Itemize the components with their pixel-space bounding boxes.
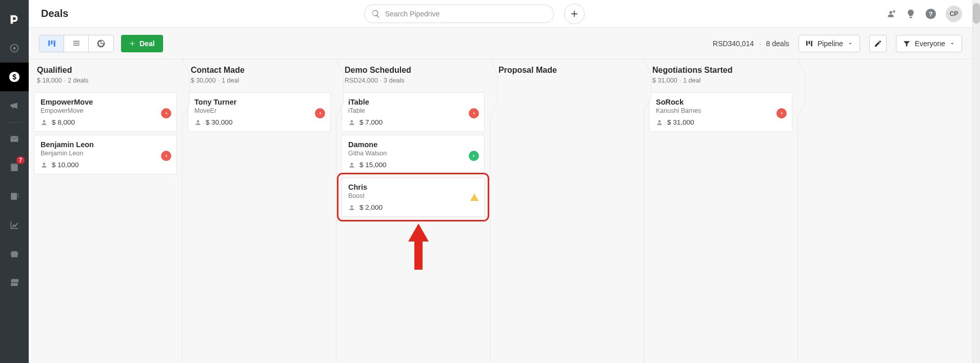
nav-item-deals[interactable]: $ (0, 63, 29, 91)
deal-org: Githa Watson (348, 150, 478, 157)
deal-meta: $ 31,000 (656, 118, 786, 126)
invite-icon[interactable] (885, 8, 896, 19)
edit-pipeline-button[interactable] (869, 35, 887, 52)
nav-logo[interactable] (0, 5, 29, 34)
deal-card[interactable]: Damone Githa Watson $ 15,000 (342, 135, 485, 174)
help-icon[interactable]: ? (925, 8, 936, 19)
search-icon (371, 9, 381, 18)
person-icon (41, 162, 48, 169)
person-icon (348, 119, 355, 126)
svg-text:$: $ (12, 73, 16, 81)
column-count: 1 deal (222, 77, 239, 84)
column-header[interactable]: Qualified $ 18,000 ·2 deals (29, 59, 182, 89)
annotation-arrow (408, 224, 429, 272)
deal-org: Boost (348, 192, 478, 199)
column-header[interactable]: Negotiations Started $ 31,000 ·1 deal (644, 59, 797, 89)
person-icon (348, 204, 355, 211)
view-list-button[interactable] (64, 35, 89, 52)
quick-add-button[interactable] (564, 4, 585, 24)
column-cards: EmpowerMove EmpowerMove $ 8,000 Benjamin… (29, 89, 182, 174)
pipeline-selector[interactable]: Pipeline (798, 35, 860, 52)
pipeline-board: Qualified $ 18,000 ·2 deals EmpowerMove … (29, 59, 972, 363)
deal-amount: $ 30,000 (206, 118, 233, 126)
left-nav-rail: $ 7 (0, 0, 29, 363)
caret-down-icon (949, 41, 955, 47)
column-amount: $ 18,000 (37, 77, 62, 84)
deal-meta: $ 10,000 (41, 161, 170, 169)
summary-count: 8 deals (766, 39, 789, 48)
deal-org: iTable (348, 107, 478, 114)
column-subtitle: $ 30,000 ·1 deal (191, 77, 328, 84)
pencil-icon (874, 39, 882, 48)
nav-item-mail[interactable] (0, 125, 29, 153)
deal-org: Benjamin Leon (41, 150, 170, 157)
deal-amount: $ 7,000 (359, 118, 383, 126)
deal-amount: $ 10,000 (52, 161, 79, 169)
deal-card[interactable]: Tony Turner MoveEr $ 30,000 (188, 92, 331, 132)
tips-icon[interactable] (906, 9, 916, 19)
view-forecast-button[interactable] (89, 35, 113, 52)
deal-card[interactable]: Benjamin Leon Benjamin Leon $ 10,000 (34, 135, 177, 174)
search-input[interactable] (364, 5, 554, 23)
toolbar: Deal RSD340,014 · 8 deals Pipeline Every… (29, 28, 972, 59)
page-title: Deals (41, 8, 68, 19)
nav-item-campaigns[interactable] (0, 91, 29, 120)
person-icon (656, 119, 663, 126)
vertical-scrollbar[interactable] (972, 0, 980, 363)
user-filter[interactable]: Everyone (896, 35, 962, 52)
deal-title: Damone (348, 140, 478, 149)
person-icon (41, 119, 48, 126)
activities-badge: 7 (16, 156, 25, 164)
pipeline-column: Qualified $ 18,000 ·2 deals EmpowerMove … (29, 59, 183, 363)
column-header[interactable]: Proposal Made (490, 59, 644, 82)
column-header[interactable]: Contact Made $ 30,000 ·1 deal (183, 59, 336, 89)
add-deal-button[interactable]: Deal (121, 35, 163, 52)
pipeline-selector-label: Pipeline (817, 39, 843, 48)
view-pipeline-button[interactable] (39, 35, 64, 52)
filter-icon (903, 39, 911, 48)
rail-divider (6, 122, 23, 123)
nav-item-marketplace[interactable] (0, 268, 29, 297)
deal-title: Tony Turner (194, 98, 324, 106)
top-icons: ? CP (885, 6, 962, 22)
deal-card[interactable]: iTable iTable $ 7,000 (342, 92, 485, 132)
pipeline-column: Negotiations Started $ 31,000 ·1 deal So… (644, 59, 798, 363)
nav-item-leads[interactable] (0, 34, 29, 63)
column-header[interactable]: Demo Scheduled RSD24,000 ·3 deals (336, 59, 490, 89)
deal-meta: $ 2,000 (348, 204, 478, 211)
column-amount: $ 31,000 (652, 77, 677, 84)
nav-item-activities[interactable]: 7 (0, 153, 29, 182)
deal-meta: $ 30,000 (194, 118, 324, 126)
user-avatar[interactable]: CP (946, 6, 962, 22)
summary-amount: RSD340,014 (713, 39, 754, 48)
columns-icon (47, 39, 56, 48)
forecast-icon (96, 39, 106, 48)
deal-card[interactable]: Chris Boost $ 2,000 (342, 177, 485, 217)
deal-meta: $ 8,000 (41, 118, 170, 126)
deal-card[interactable]: SoRock Kanushi Barnes $ 31,000 (649, 92, 792, 132)
nav-item-products[interactable] (0, 239, 29, 268)
column-title: Qualified (37, 66, 174, 75)
status-overdue-icon (776, 108, 787, 118)
list-icon (72, 39, 81, 48)
deal-meta: $ 15,000 (348, 161, 478, 169)
status-overdue-icon (161, 151, 171, 161)
plus-icon (570, 10, 578, 18)
column-amount: RSD24,000 (345, 77, 378, 84)
column-title: Proposal Made (498, 66, 635, 75)
column-subtitle: $ 18,000 ·2 deals (37, 77, 174, 84)
nav-item-insights[interactable] (0, 211, 29, 239)
column-amount: $ 30,000 (191, 77, 216, 84)
deal-title: Benjamin Leon (41, 140, 170, 149)
pipeline-summary: RSD340,014 · 8 deals (713, 39, 789, 48)
status-overdue-icon (469, 108, 479, 118)
status-overdue-icon (315, 108, 325, 118)
deal-card[interactable]: EmpowerMove EmpowerMove $ 8,000 (34, 92, 177, 132)
deal-org: Kanushi Barnes (656, 107, 786, 114)
scrollbar-thumb[interactable] (973, 3, 980, 24)
caret-down-icon (847, 41, 853, 47)
column-cards: SoRock Kanushi Barnes $ 31,000 (644, 89, 797, 132)
plus-icon (129, 41, 135, 47)
column-title: Negotiations Started (652, 66, 789, 75)
nav-item-contacts[interactable] (0, 182, 29, 211)
